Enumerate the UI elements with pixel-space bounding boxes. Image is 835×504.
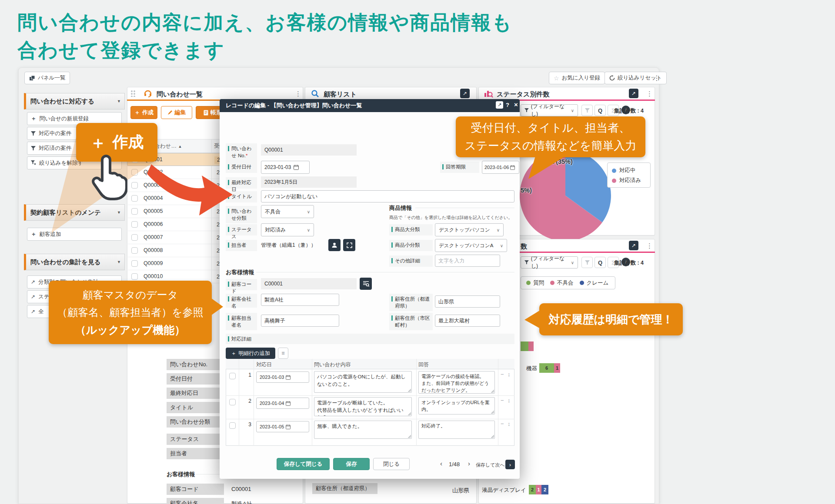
sidebar-section-reports[interactable]: 問い合わせの集計を見る ▼: [24, 254, 125, 270]
col-answer: 回答: [418, 361, 429, 368]
pager-prev-icon[interactable]: ‹: [440, 460, 442, 467]
bar-segment[interactable]: 2: [541, 485, 548, 494]
calendar-icon[interactable]: [286, 401, 291, 406]
customer-person-input[interactable]: 高橋舞子: [261, 315, 339, 327]
search-button[interactable]: Q: [595, 105, 606, 116]
filter-funnel-button[interactable]: [581, 257, 593, 268]
detail-value: C00001: [231, 486, 251, 492]
panels-icon: [29, 75, 35, 81]
window-kebab-icon[interactable]: ⋮: [653, 75, 660, 82]
response-date-input[interactable]: 2023-01-05: [256, 421, 309, 432]
question-textarea[interactable]: 電源ケーブルが断線していた。 代替品を購入したいがどうすればいいか？: [314, 397, 412, 416]
drag-handle-icon[interactable]: [130, 90, 136, 97]
response-date-input[interactable]: 2023-01-04: [256, 398, 309, 409]
save-close-button[interactable]: 保存して閉じる: [277, 458, 330, 470]
favorite-button[interactable]: ☆ お気に入り登録: [549, 72, 605, 84]
customer-pref-input[interactable]: 山形県: [435, 295, 500, 308]
add-detail-row-button[interactable]: ＋明細行の追加: [226, 348, 275, 359]
category-panel-kebab-icon[interactable]: ⋮: [646, 242, 653, 249]
field-label-product-major: 商品大分類: [389, 224, 433, 235]
product-major-select[interactable]: デスクトップパソコン∨: [435, 223, 504, 236]
status-select[interactable]: 対応済み∨: [261, 223, 314, 236]
modal-popout-icon[interactable]: ↗: [496, 101, 503, 109]
product-minor-select[interactable]: デスクトップパソコンA∨: [435, 239, 507, 252]
user-picker-button[interactable]: [328, 239, 341, 251]
bar-segment[interactable]: 2: [529, 485, 536, 494]
edit-button[interactable]: 編集: [161, 106, 192, 119]
remove-row-icon[interactable]: −: [501, 397, 504, 404]
chart-search-icon: [484, 89, 493, 98]
filter-funnel-button[interactable]: [581, 105, 593, 116]
sidebar-section-customers[interactable]: 契約顧客リストのメンテ ▼: [24, 204, 125, 221]
bar-segment[interactable]: [528, 342, 534, 351]
move-row-icon[interactable]: ↕: [508, 421, 511, 427]
legend-dot-pink: [612, 179, 616, 183]
input-value: 最上郡大蔵村: [438, 317, 470, 325]
save-button[interactable]: 保存: [333, 458, 370, 470]
open-in-window-icon[interactable]: ↗: [460, 89, 470, 98]
open-in-window-icon[interactable]: ↗: [629, 89, 638, 98]
row-checkbox[interactable]: [229, 422, 236, 429]
sidebar-section-inquiry[interactable]: 問い合わせに対応する ▼: [24, 93, 125, 109]
select-value: 対応済み: [265, 226, 286, 234]
search-button[interactable]: Q: [595, 257, 606, 268]
move-row-icon[interactable]: ↕: [508, 397, 511, 404]
create-button[interactable]: ＋ 作成: [130, 106, 157, 119]
sort-asc-icon: ▲: [178, 144, 182, 149]
answer-textarea[interactable]: 電源ケーブルの接続を確認。 また、前回終了前の状態がどうだったかヒアリング。: [418, 371, 495, 394]
modal-help-icon[interactable]: ?: [506, 102, 509, 108]
bar-segment[interactable]: 6: [539, 363, 554, 373]
panel-list-button[interactable]: パネル一覧: [24, 72, 70, 84]
row-checkbox[interactable]: [229, 399, 236, 405]
remove-row-icon[interactable]: −: [501, 371, 504, 378]
inquiry-no-value: Q00001: [261, 144, 357, 156]
calendar-icon[interactable]: [286, 375, 291, 380]
detail-label: 担当者: [167, 448, 224, 459]
response-date-input[interactable]: 2023-01-03: [256, 371, 309, 383]
bar-segment[interactable]: 1: [554, 363, 560, 373]
move-row-icon[interactable]: ↕: [508, 371, 511, 378]
answer-textarea[interactable]: オンラインショップのURLを案内。: [418, 397, 495, 414]
inquiry-panel-kebab-icon[interactable]: ⋮: [295, 90, 301, 97]
input-value: 高橋舞子: [264, 317, 285, 325]
pie-label-pink-partial: 5%): [521, 187, 532, 194]
calendar-icon[interactable]: [286, 424, 291, 429]
customer-company-input[interactable]: 製造A社: [261, 294, 339, 306]
detail-section-title: お客様情報: [167, 471, 195, 478]
close-button[interactable]: 閉じる: [373, 458, 410, 470]
status-filter-select[interactable]: (フィルターなし) ∨: [521, 104, 578, 116]
bar-segment[interactable]: [521, 342, 528, 351]
legend-dot-rose: [550, 281, 554, 285]
calendar-icon[interactable]: [510, 165, 515, 170]
person-icon: [331, 242, 337, 248]
sidebar-item-label: 全: [38, 308, 44, 315]
deadline-date-input[interactable]: 2023-01-06: [482, 161, 519, 174]
sidebar-item-add-customer[interactable]: ＋ 顧客追加: [27, 228, 122, 241]
lookup-button[interactable]: [360, 278, 372, 290]
org-expand-button[interactable]: [343, 239, 355, 251]
remove-row-icon[interactable]: −: [501, 421, 504, 427]
other-detail-input[interactable]: 文字を入力: [435, 255, 500, 267]
save-next-button[interactable]: ›: [505, 460, 515, 469]
field-label-title: タイトル: [226, 191, 257, 202]
category-filter-select[interactable]: (フィルターなし) ∨: [521, 256, 578, 269]
receipt-date-input[interactable]: 2023-01-03: [261, 161, 310, 174]
category-select[interactable]: 不具合∨: [261, 205, 314, 218]
question-textarea[interactable]: パソコンの電源をONにしたが、起動しないとのこと。: [314, 371, 412, 393]
row-menu-button[interactable]: ≡: [278, 348, 288, 359]
pencil-icon: [167, 110, 173, 115]
status-panel-kebab-icon[interactable]: ⋮: [646, 90, 653, 97]
row-checkbox[interactable]: [229, 373, 236, 379]
open-in-window-icon[interactable]: ↗: [629, 241, 638, 250]
calendar-icon[interactable]: [294, 165, 299, 170]
customer-city-input[interactable]: 最上郡大蔵村: [435, 315, 500, 327]
question-textarea[interactable]: 無事、購入できた。: [314, 421, 412, 439]
pager-next-icon[interactable]: ›: [468, 460, 470, 467]
title-input[interactable]: パソコンが起動しない: [261, 190, 514, 202]
field-label-other-detail: その他詳細: [389, 255, 433, 267]
modal-close-icon[interactable]: ×: [514, 101, 518, 108]
legend-dot-navy: [580, 281, 584, 285]
bar-segment[interactable]: 1: [536, 485, 541, 494]
customer-code-value: C00001: [261, 278, 357, 289]
answer-textarea[interactable]: 対応終了。: [418, 421, 495, 439]
